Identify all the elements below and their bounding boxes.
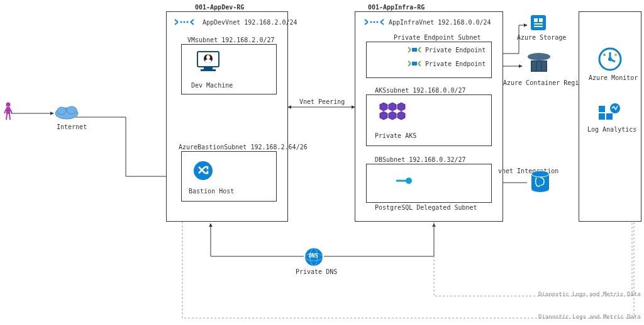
svg-rect-42 [539, 18, 543, 22]
svg-line-8 [10, 109, 12, 113]
bastion-label: Bastion Host [189, 188, 234, 195]
svg-rect-47 [532, 62, 536, 71]
db-subnet [366, 164, 492, 203]
rg-infra-title: 001-AppInfra-RG [368, 4, 425, 11]
svg-rect-49 [542, 62, 546, 71]
svg-rect-43 [534, 23, 543, 25]
svg-rect-41 [534, 18, 538, 22]
svg-rect-6 [6, 107, 10, 114]
svg-marker-34 [397, 111, 405, 120]
dns-label: Private DNS [296, 268, 337, 275]
svg-point-15 [184, 21, 186, 23]
vm-subnet-label: VMsubnet 192.168.2.0/27 [187, 37, 274, 43]
svg-point-56 [603, 54, 606, 56]
dns-short: DNS [309, 253, 318, 259]
log-analytics-label: Log Analytics [587, 126, 636, 133]
svg-point-12 [57, 107, 66, 115]
svg-point-57 [614, 54, 617, 56]
svg-marker-33 [389, 111, 396, 120]
svg-marker-31 [397, 103, 405, 111]
svg-point-35 [406, 178, 412, 184]
vnet-infra-label: AppInfraVnet 192.168.0.0/24 [389, 19, 491, 26]
diag2-label: Dianostic Logs and Metric Data [538, 314, 641, 320]
svg-point-13 [67, 106, 77, 114]
svg-point-52 [531, 186, 549, 192]
svg-rect-28 [412, 62, 417, 66]
svg-point-24 [370, 21, 372, 23]
svg-rect-44 [534, 26, 543, 27]
internet-label: Internet [57, 123, 87, 130]
svg-rect-27 [412, 48, 417, 52]
pe2-label: Private Endpoint [425, 60, 486, 67]
pe-subnet-label: Private Endpoint Subnet [394, 34, 480, 41]
diag1-label: Dianostic Logs and Metric Data [538, 291, 641, 297]
svg-point-45 [528, 53, 550, 60]
vnet-dev-label: AppDevVnet 192.168.2.0/24 [203, 19, 297, 26]
svg-rect-59 [599, 106, 605, 112]
svg-marker-32 [380, 111, 387, 120]
monitor-label: Azure Monitor [589, 74, 638, 81]
svg-rect-48 [537, 62, 541, 71]
svg-rect-18 [204, 67, 213, 69]
svg-marker-30 [389, 103, 396, 111]
rg-dev-title: 001-AppDev-RG [195, 4, 244, 11]
bastion-subnet-label: AzureBastionSubnet 192.168.2.64/26 [179, 144, 308, 151]
vnet-peering-label: Vnet Peering [299, 98, 345, 105]
svg-line-9 [6, 114, 7, 120]
svg-rect-60 [606, 113, 613, 120]
storage-label: Azure Storage [517, 34, 566, 41]
aks-subnet-label: AKSsubnet 192.168.0.0/27 [375, 87, 466, 94]
svg-point-26 [377, 21, 379, 23]
svg-point-55 [608, 57, 612, 61]
svg-marker-29 [380, 103, 387, 111]
svg-point-25 [374, 21, 375, 23]
svg-point-16 [187, 21, 189, 23]
svg-rect-58 [599, 113, 605, 120]
pe1-label: Private Endpoint [425, 47, 486, 54]
svg-point-21 [205, 59, 211, 63]
dev-machine-label: Dev Machine [191, 82, 233, 89]
svg-rect-40 [531, 15, 546, 30]
svg-rect-19 [201, 69, 216, 71]
aks-label: Private AKS [375, 132, 416, 139]
svg-point-14 [180, 21, 182, 23]
svg-line-10 [9, 114, 10, 120]
db-subnet-label: DBSubnet 192.168.0.32/27 [375, 156, 466, 163]
svg-point-5 [6, 103, 11, 107]
svg-point-22 [206, 55, 210, 59]
pg-subnet-label: PostgreSQL Delegated Subnet [375, 204, 477, 211]
svg-line-7 [4, 109, 6, 113]
